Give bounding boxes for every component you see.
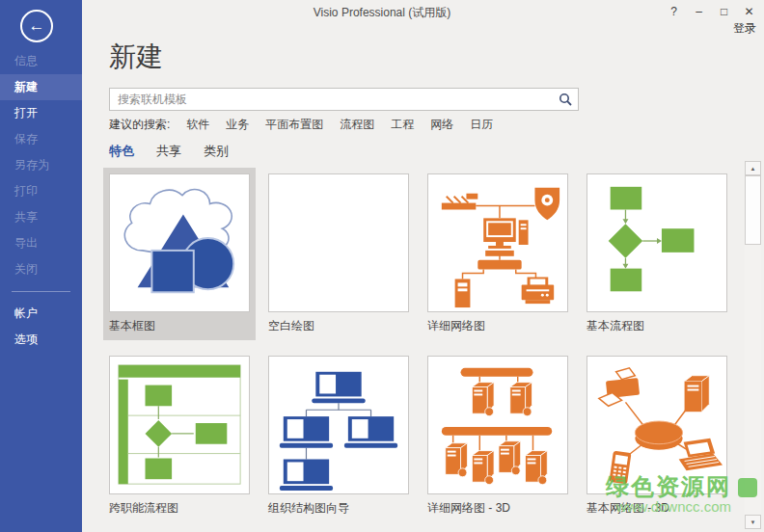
visio-backstage-window: Visio Professional (试用版) ? – □ ✕ 登录 ← 信息… bbox=[0, 0, 764, 532]
sidebar-item-account[interactable]: 帐户 bbox=[0, 301, 82, 327]
suggested-term-engineering[interactable]: 工程 bbox=[391, 117, 414, 133]
template-label: 基本框图 bbox=[109, 318, 250, 334]
scrollbar[interactable]: ▲ ▼ bbox=[745, 161, 761, 529]
template-detailed-network-3d[interactable]: 详细网络图 - 3D bbox=[427, 356, 568, 517]
suggested-searches: 建议的搜索: 软件 业务 平面布置图 流程图 工程 网络 日历 bbox=[109, 117, 493, 133]
cross-functional-thumbnail bbox=[109, 356, 250, 494]
suggested-term-flowchart[interactable]: 流程图 bbox=[340, 117, 374, 133]
blank-drawing-thumbnail bbox=[268, 173, 409, 312]
suggested-term-calendar[interactable]: 日历 bbox=[470, 117, 493, 133]
search-input[interactable] bbox=[109, 88, 579, 111]
suggested-term-software[interactable]: 软件 bbox=[186, 117, 209, 133]
sidebar-item-share: 共享 bbox=[0, 204, 82, 230]
basic-network-3d-thumbnail bbox=[587, 356, 727, 494]
org-chart-thumbnail bbox=[268, 356, 409, 494]
template-grid: 基本框图 空白绘图 bbox=[109, 173, 727, 517]
template-label: 组织结构图向导 bbox=[268, 500, 409, 517]
template-detailed-network[interactable]: 详细网络图 bbox=[427, 173, 568, 334]
template-basic-network-3d[interactable]: 基本网络图 - 3D bbox=[587, 356, 727, 517]
template-label: 空白绘图 bbox=[268, 318, 409, 334]
suggested-searches-label: 建议的搜索: bbox=[109, 117, 170, 133]
page-title: 新建 bbox=[109, 39, 163, 75]
template-tabs: 特色 共享 类别 bbox=[109, 143, 229, 160]
sidebar-item-save-as: 另存为 bbox=[0, 152, 82, 178]
new-page: 新建 建议的搜索: 软件 业务 平面布置图 流程图 工程 网络 日历 特色 共享… bbox=[82, 0, 764, 532]
sidebar-item-info: 信息 bbox=[0, 48, 82, 74]
sidebar-item-close: 关闭 bbox=[0, 256, 82, 282]
suggested-term-business[interactable]: 业务 bbox=[226, 117, 249, 133]
tab-categories[interactable]: 类别 bbox=[204, 143, 229, 160]
sidebar-item-save: 保存 bbox=[0, 126, 82, 152]
template-org-chart-wizard[interactable]: 组织结构图向导 bbox=[268, 356, 409, 517]
template-blank-drawing[interactable]: 空白绘图 bbox=[268, 173, 409, 334]
template-search bbox=[109, 88, 579, 111]
suggested-term-floor-plan[interactable]: 平面布置图 bbox=[265, 117, 323, 133]
scroll-down-icon[interactable]: ▼ bbox=[745, 515, 761, 529]
backstage-sidebar: ← 信息 新建 打开 保存 另存为 打印 共享 导出 关闭 帐户 选项 bbox=[0, 0, 82, 532]
template-basic-diagram[interactable]: 基本框图 bbox=[109, 173, 250, 334]
template-label: 基本流程图 bbox=[587, 318, 727, 334]
sidebar-item-export: 导出 bbox=[0, 230, 82, 256]
sidebar-item-open[interactable]: 打开 bbox=[0, 100, 82, 126]
detailed-network-thumbnail bbox=[427, 173, 568, 312]
template-label: 基本网络图 - 3D bbox=[587, 500, 727, 517]
template-label: 跨职能流程图 bbox=[109, 500, 250, 517]
tab-featured[interactable]: 特色 bbox=[109, 143, 134, 160]
watermark-logo bbox=[738, 478, 757, 497]
scroll-up-icon[interactable]: ▲ bbox=[745, 161, 761, 175]
search-icon[interactable] bbox=[559, 93, 572, 110]
tab-shared[interactable]: 共享 bbox=[156, 143, 181, 160]
sidebar-item-new[interactable]: 新建 bbox=[0, 74, 82, 100]
template-label: 详细网络图 bbox=[427, 318, 568, 334]
back-button[interactable]: ← bbox=[20, 10, 53, 42]
template-basic-flowchart[interactable]: 基本流程图 bbox=[587, 173, 727, 334]
back-arrow-icon: ← bbox=[29, 16, 45, 36]
template-label: 详细网络图 - 3D bbox=[427, 500, 568, 517]
backstage-nav: 信息 新建 打开 保存 另存为 打印 共享 导出 关闭 帐户 选项 bbox=[0, 48, 82, 353]
suggested-term-network[interactable]: 网络 bbox=[430, 117, 453, 133]
detailed-network-3d-thumbnail bbox=[427, 356, 568, 494]
scrollbar-thumb[interactable] bbox=[745, 175, 761, 245]
sidebar-item-options[interactable]: 选项 bbox=[0, 327, 82, 353]
sidebar-item-print: 打印 bbox=[0, 178, 82, 204]
template-cross-functional-flowchart[interactable]: 跨职能流程图 bbox=[109, 356, 250, 517]
basic-flowchart-thumbnail bbox=[587, 173, 727, 312]
sidebar-divider bbox=[12, 291, 70, 292]
basic-diagram-thumbnail bbox=[109, 173, 250, 312]
